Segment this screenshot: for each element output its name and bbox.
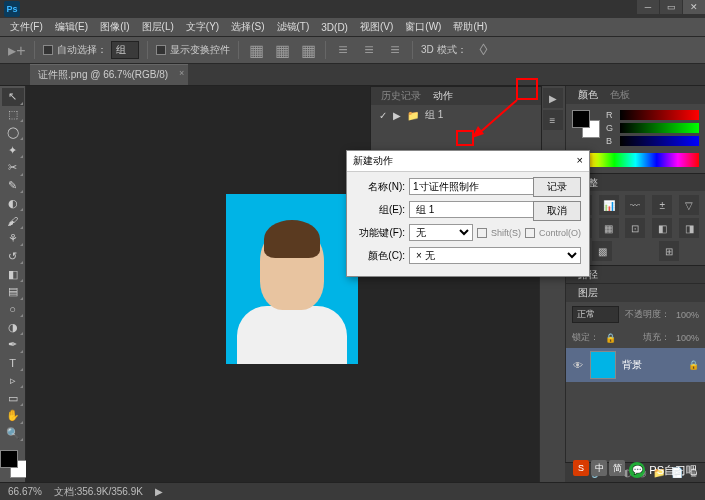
menu-type[interactable]: 文字(Y) xyxy=(180,20,225,34)
adjust-vibrance-icon[interactable]: ▽ xyxy=(679,195,699,215)
blur-tool[interactable]: ○ xyxy=(2,301,24,319)
show-transform-checkbox[interactable] xyxy=(156,45,166,55)
adjust-levels-icon[interactable]: 📊 xyxy=(599,195,619,215)
ctrl-checkbox[interactable] xyxy=(525,228,535,238)
fkey-select[interactable]: 无 xyxy=(409,224,473,241)
eyedropper-tool[interactable]: ✎ xyxy=(2,177,24,195)
layers-tab[interactable]: 图层 xyxy=(572,286,604,300)
stamp-tool[interactable]: ⚘ xyxy=(2,230,24,248)
distribute-icon[interactable]: ≡ xyxy=(386,41,404,59)
menu-edit[interactable]: 编辑(E) xyxy=(49,20,94,34)
minimize-button[interactable]: ─ xyxy=(637,0,659,14)
r-slider[interactable] xyxy=(620,110,699,120)
foreground-color-swatch[interactable] xyxy=(0,450,18,468)
document-tab[interactable]: 证件照.png @ 66.7%(RGB/8) × xyxy=(30,64,188,85)
3d-icon[interactable]: ◊ xyxy=(475,41,493,59)
gradient-tool[interactable]: ▤ xyxy=(2,283,24,301)
menu-image[interactable]: 图像(I) xyxy=(94,20,135,34)
align-icon[interactable]: ▦ xyxy=(247,41,265,59)
doc-info[interactable]: 文档:356.9K/356.9K xyxy=(54,485,143,499)
ime-lang[interactable]: 中 xyxy=(591,460,607,476)
color-select[interactable]: × 无 xyxy=(409,247,581,264)
adjust-icon[interactable]: ⊞ xyxy=(659,241,679,261)
hand-tool[interactable]: ✋ xyxy=(2,407,24,425)
layer-name[interactable]: 背景 xyxy=(622,358,682,372)
color-swatches[interactable] xyxy=(0,450,28,478)
align-icon[interactable]: ▦ xyxy=(273,41,291,59)
document-canvas[interactable] xyxy=(226,194,358,364)
opacity-value[interactable]: 100% xyxy=(676,310,699,320)
layer-thumbnail[interactable] xyxy=(590,351,616,379)
shift-checkbox[interactable] xyxy=(477,228,487,238)
adjust-icon[interactable]: ▩ xyxy=(592,241,612,261)
maximize-button[interactable]: ▭ xyxy=(660,0,682,14)
zoom-level[interactable]: 66.67% xyxy=(8,486,42,497)
tab-close-icon[interactable]: × xyxy=(179,68,184,78)
lock-icon[interactable]: 🔒 xyxy=(605,333,616,343)
info-arrow-icon[interactable]: ▶ xyxy=(155,486,163,497)
adjust-icon[interactable]: ◧ xyxy=(652,218,672,238)
auto-select-option[interactable]: 自动选择： 组 xyxy=(43,41,139,59)
brush-tool[interactable]: 🖌 xyxy=(2,212,24,230)
adjust-curves-icon[interactable]: 〰 xyxy=(625,195,645,215)
lasso-tool[interactable]: ◯ xyxy=(2,123,24,141)
strip-icon[interactable]: ≡ xyxy=(543,110,563,130)
align-icon[interactable]: ▦ xyxy=(299,41,317,59)
ime-icon[interactable]: S xyxy=(573,460,589,476)
blend-mode-dropdown[interactable]: 正常 xyxy=(572,306,619,323)
distribute-icon[interactable]: ≡ xyxy=(334,41,352,59)
play-action-strip-icon[interactable]: ▶ xyxy=(543,88,563,108)
show-transform-option[interactable]: 显示变换控件 xyxy=(156,43,230,57)
b-slider[interactable] xyxy=(620,136,699,146)
menu-layer[interactable]: 图层(L) xyxy=(136,20,180,34)
type-tool[interactable]: T xyxy=(2,354,24,372)
heal-tool[interactable]: ◐ xyxy=(2,194,24,212)
move-tool-icon[interactable]: ▸+ xyxy=(8,41,26,59)
menu-filter[interactable]: 滤镜(T) xyxy=(271,20,316,34)
history-tab[interactable]: 历史记录 xyxy=(375,89,427,103)
eraser-tool[interactable]: ◧ xyxy=(2,265,24,283)
menu-view[interactable]: 视图(V) xyxy=(354,20,399,34)
auto-select-dropdown[interactable]: 组 xyxy=(111,41,139,59)
menu-select[interactable]: 选择(S) xyxy=(225,20,270,34)
pen-tool[interactable]: ✒ xyxy=(2,336,24,354)
fg-swatch[interactable] xyxy=(572,110,590,128)
adjust-icon[interactable]: ⊡ xyxy=(625,218,645,238)
record-button[interactable]: 记录 xyxy=(533,177,581,197)
shape-tool[interactable]: ▭ xyxy=(2,389,24,407)
path-tool[interactable]: ▹ xyxy=(2,372,24,390)
zoom-tool[interactable]: 🔍 xyxy=(2,425,24,443)
menu-help[interactable]: 帮助(H) xyxy=(447,20,493,34)
dialog-close-icon[interactable]: × xyxy=(577,154,583,168)
swatches-tab[interactable]: 色板 xyxy=(604,88,636,102)
history-brush-tool[interactable]: ↺ xyxy=(2,247,24,265)
cancel-button[interactable]: 取消 xyxy=(533,201,581,221)
checkbox-icon[interactable]: ✓ xyxy=(379,110,387,121)
dialog-titlebar[interactable]: 新建动作 × xyxy=(347,151,589,172)
menu-3d[interactable]: 3D(D) xyxy=(315,22,354,33)
fill-value[interactable]: 100% xyxy=(676,333,699,343)
adjust-icon[interactable]: ▦ xyxy=(599,218,619,238)
menu-window[interactable]: 窗口(W) xyxy=(399,20,447,34)
visibility-icon[interactable]: 👁 xyxy=(572,359,584,371)
action-set-row[interactable]: ✓ ▶ 📁 组 1 xyxy=(371,105,541,125)
actions-tab[interactable]: 动作 xyxy=(427,89,459,103)
move-tool[interactable]: ↖ xyxy=(2,88,24,106)
color-tab[interactable]: 颜色 xyxy=(572,88,604,102)
folder-expand-icon[interactable]: ▶ xyxy=(393,110,401,121)
distribute-icon[interactable]: ≡ xyxy=(360,41,378,59)
dodge-tool[interactable]: ◑ xyxy=(2,318,24,336)
marquee-tool[interactable]: ⬚ xyxy=(2,106,24,124)
adjust-icon[interactable]: ◨ xyxy=(679,218,699,238)
lock-icon[interactable]: 🔒 xyxy=(688,360,699,370)
color-spectrum[interactable] xyxy=(572,153,699,167)
ime-mode[interactable]: 简 xyxy=(609,460,625,476)
crop-tool[interactable]: ✂ xyxy=(2,159,24,177)
auto-select-checkbox[interactable] xyxy=(43,45,53,55)
menu-file[interactable]: 文件(F) xyxy=(4,20,49,34)
wand-tool[interactable]: ✦ xyxy=(2,141,24,159)
layer-row[interactable]: 👁 背景 🔒 xyxy=(566,348,705,382)
close-button[interactable]: ✕ xyxy=(683,0,705,14)
color-swatches[interactable] xyxy=(572,110,600,138)
g-slider[interactable] xyxy=(620,123,699,133)
